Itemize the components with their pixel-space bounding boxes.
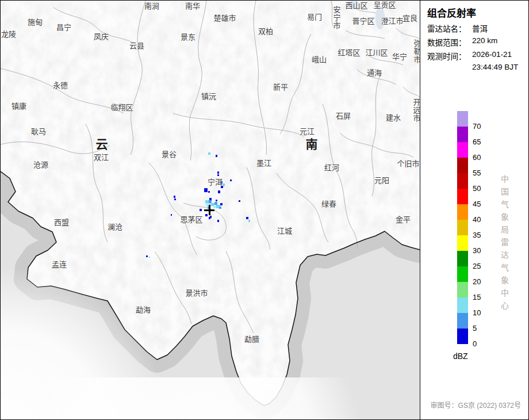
radar-map: 龙陵施甸昌宁凤庆云县永德镇康临翔区耿马双江沧源西盟澜沧孟连勐海景洪市勐腊南涧南华… [1, 1, 420, 419]
legend-segment: 45 [457, 189, 468, 204]
radar-echo-cell [220, 203, 223, 205]
radar-echo-cell [204, 188, 208, 192]
legend-color-swatch [457, 297, 468, 313]
range-row: 数据范围： 220 km [427, 36, 466, 48]
radar-echo-cell [205, 214, 208, 216]
legend-color-swatch [457, 111, 468, 127]
legend-segment: 60 [457, 142, 468, 158]
radar-echo-cell [217, 174, 219, 176]
legend-color-swatch [457, 127, 468, 142]
radar-echo-cell [248, 220, 250, 222]
agency-watermark: 中国气象局雷达气象中心 [499, 175, 510, 314]
legend-tick-label: 15 [473, 293, 481, 301]
radar-echo-cell [218, 190, 220, 193]
legend-segment: 40 [457, 204, 468, 220]
legend-segment: 5 [457, 313, 468, 329]
radar-echo-cell [221, 186, 223, 188]
legend-tick-label: 65 [473, 138, 481, 146]
radar-product-window: 龙陵施甸昌宁凤庆云县永德镇康临翔区耿马双江沧源西盟澜沧孟连勐海景洪市勐腊南涧南华… [0, 0, 529, 420]
legend-color-swatch [457, 142, 468, 158]
radar-echo-cell [200, 209, 202, 211]
station-label: 雷达站名： [427, 25, 466, 33]
legend-tick-label: 10 [473, 308, 481, 317]
radar-echo-cell [239, 200, 240, 202]
legend-color-swatch [457, 235, 468, 251]
legend-segment: 0 [457, 329, 468, 344]
legend-tick-label: 70 [473, 122, 481, 131]
station-value: 普洱 [472, 22, 488, 34]
legend-segment: 25 [457, 251, 468, 266]
legend-unit: dBZ [453, 352, 468, 361]
legend-segment: 15 [457, 282, 468, 297]
legend-segment: 30 [457, 235, 468, 251]
obs-time-label: 观测时间： [427, 52, 466, 61]
range-label: 数据范围： [427, 39, 466, 47]
legend-tick-label: 45 [473, 200, 481, 208]
obs-time-row: 观测时间： 2026-01-21 [427, 50, 466, 62]
radar-echo-cell [146, 255, 148, 257]
radar-echo-cell [208, 152, 210, 155]
legend-color-swatch [457, 251, 468, 266]
legend-segment: 10 [457, 297, 468, 313]
legend-color-swatch [457, 204, 468, 220]
radar-echo-cell [213, 206, 216, 208]
legend-segment: 35 [457, 220, 468, 235]
legend-tick-label: 25 [473, 262, 481, 270]
legend-tick-label: 0 [473, 339, 477, 348]
legend-segment: 70 [457, 111, 468, 127]
radar-echo-cell [246, 217, 248, 219]
radar-echo-cell [216, 155, 217, 157]
radar-echo-cell [171, 214, 172, 216]
legend-tick-label: 60 [473, 153, 481, 162]
legend-color-swatch [457, 282, 468, 297]
legend-tick-label: 35 [473, 231, 481, 239]
legend-color-swatch [457, 313, 468, 329]
radar-echo-cell [216, 200, 217, 201]
radar-echo-cell [217, 220, 219, 222]
range-value: 220 km [472, 36, 497, 45]
radar-echo-cell [149, 257, 150, 258]
legend-color-swatch [457, 189, 468, 204]
range-fade-s [35, 377, 369, 419]
legend-tick-label: 30 [473, 246, 481, 255]
legend-tick-label: 20 [473, 277, 481, 286]
map-approval-number: 审图号：GS京 (2022) 0372号 [431, 400, 521, 410]
legend-color-swatch [457, 158, 468, 173]
legend-tick-label: 5 [473, 324, 477, 333]
legend-segment: 20 [457, 266, 468, 282]
obs-date-value: 2026-01-21 [472, 50, 512, 59]
station-cross-bar [209, 205, 210, 215]
radar-echo-cell [217, 171, 219, 174]
legend-tick-label: 55 [473, 169, 481, 177]
product-title: 组合反射率 [427, 5, 476, 20]
radar-echo-cell [209, 217, 210, 219]
reflectivity-legend: 7065605550454035302520151050 [457, 111, 468, 344]
legend-color-swatch [457, 266, 468, 282]
legend-segment: 55 [457, 158, 468, 173]
info-panel: 组合反射率 雷达站名： 普洱 数据范围： 220 km 观测时间： 2026-0… [420, 1, 529, 419]
radar-echo-cell [174, 198, 176, 200]
radar-echo-cell [219, 207, 221, 209]
radar-echo-cell [208, 191, 210, 193]
legend-segment: 50 [457, 173, 468, 189]
obs-time-value: 23:44:49 BJT [472, 63, 518, 71]
legend-tick-label: 50 [473, 184, 481, 193]
radar-echo-cell [174, 196, 175, 198]
station-row: 雷达站名： 普洱 [427, 22, 466, 34]
legend-tick-label: 40 [473, 215, 481, 224]
legend-color-swatch [457, 329, 468, 344]
legend-segment: 65 [457, 127, 468, 142]
radar-echo-cell [230, 180, 232, 181]
legend-color-swatch [457, 173, 468, 189]
legend-color-swatch [457, 220, 468, 235]
